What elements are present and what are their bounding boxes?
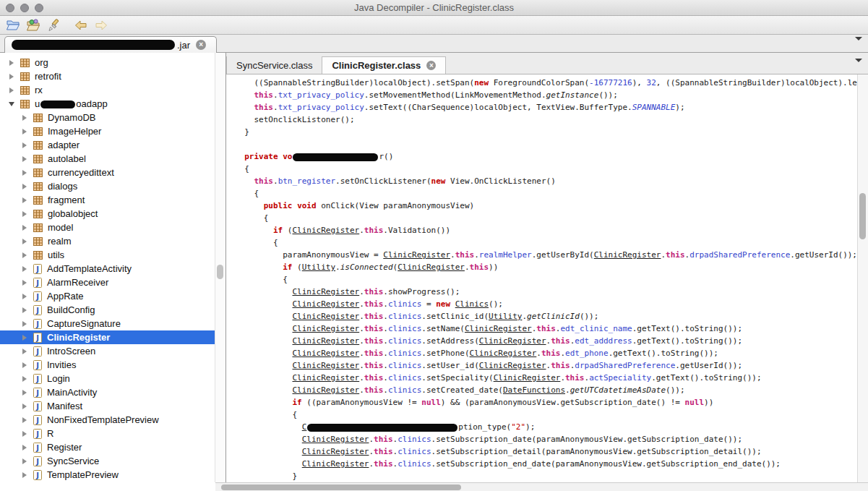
tree-item-invities[interactable]: JInvities — [0, 358, 215, 372]
tab-syncservice-class[interactable]: SyncService.class — [226, 56, 322, 74]
tree-item-org[interactable]: org — [0, 56, 215, 69]
disclosure-arrow[interactable] — [20, 417, 29, 423]
disclosure-arrow[interactable] — [20, 225, 29, 231]
class-link[interactable]: ClinicRegister — [494, 373, 561, 383]
disclosure-arrow[interactable] — [20, 280, 29, 286]
tree-item-adapter[interactable]: adapter — [0, 138, 215, 152]
disclosure-arrow[interactable] — [20, 197, 29, 203]
tree-item-syncservice[interactable]: JSyncService — [0, 454, 215, 468]
sidebar-scrollbar-thumb[interactable] — [217, 265, 223, 279]
disclosure-arrow[interactable] — [20, 349, 29, 354]
disclosure-arrow[interactable] — [20, 211, 29, 217]
search-icon[interactable] — [45, 17, 62, 33]
tree-item-realm[interactable]: realm — [0, 234, 215, 248]
class-link[interactable]: ClinicRegister — [594, 250, 661, 260]
sidebar-scrollbar[interactable] — [215, 53, 225, 482]
class-link[interactable]: ClinicRegister — [292, 385, 359, 395]
close-tab-icon[interactable]: × — [196, 40, 206, 50]
disclosure-arrow[interactable] — [7, 60, 16, 66]
class-link[interactable]: ClinicRegister — [398, 262, 465, 272]
code-horizontal-scrollbar-thumb[interactable] — [221, 484, 461, 490]
code-horizontal-scrollbar[interactable] — [215, 482, 868, 491]
tree-item-capturesignature[interactable]: JCaptureSignature — [0, 317, 215, 330]
disclosure-arrow[interactable] — [20, 294, 29, 299]
class-link[interactable]: ClinicRegister — [292, 324, 359, 333]
class-link[interactable]: ClinicRegister — [292, 336, 359, 346]
disclosure-arrow[interactable] — [20, 239, 29, 244]
tree-item-introscreen[interactable]: JIntroScreen — [0, 344, 215, 358]
tree-item-buildconfig[interactable]: JBuildConfig — [0, 303, 215, 317]
disclosure-arrow[interactable] — [20, 115, 29, 121]
tree-item-register[interactable]: JRegister — [0, 440, 215, 454]
class-link[interactable]: ClinicRegister — [292, 299, 359, 309]
class-link[interactable]: ClinicRegister — [470, 349, 537, 358]
class-link[interactable]: Utility — [489, 312, 522, 321]
tree-item-fragment[interactable]: fragment — [0, 193, 215, 207]
tree-item-autolabel[interactable]: autolabel — [0, 152, 215, 166]
disclosure-arrow[interactable] — [20, 170, 29, 176]
class-link[interactable]: ClinicRegister — [465, 324, 532, 333]
code-vertical-scrollbar[interactable] — [857, 74, 868, 482]
disclosure-arrow[interactable] — [20, 376, 29, 382]
tree-item-manifest[interactable]: JManifest — [0, 399, 215, 413]
tree-item-login[interactable]: JLogin — [0, 372, 215, 385]
disclosure-arrow[interactable] — [20, 458, 29, 464]
class-link[interactable]: ClinicRegister — [292, 361, 359, 370]
class-link[interactable]: ClinicRegister — [302, 435, 369, 444]
disclosure-arrow[interactable] — [20, 321, 29, 327]
disclosure-arrow[interactable] — [20, 472, 29, 478]
class-link[interactable]: ClinicRegister — [302, 447, 369, 456]
disclosure-arrow[interactable] — [20, 184, 29, 189]
forward-icon[interactable] — [93, 17, 110, 33]
class-link[interactable]: ClinicRegister — [302, 459, 369, 469]
class-link[interactable]: ClinicRegister — [383, 250, 450, 260]
tree-item-clinicregister[interactable]: JClinicRegister — [0, 330, 215, 344]
class-link[interactable]: ClinicRegister — [292, 226, 359, 235]
class-link[interactable]: ClinicRegister — [292, 373, 359, 383]
class-link[interactable]: C — [302, 422, 307, 432]
tree-item-r[interactable]: JR — [0, 427, 215, 440]
disclosure-arrow[interactable] — [20, 431, 29, 437]
tree-item-imagehelper[interactable]: ImageHelper — [0, 124, 215, 138]
disclosure-arrow[interactable] — [20, 156, 29, 162]
tree-item-apprate[interactable]: JAppRate — [0, 289, 215, 303]
class-link[interactable]: ClinicRegister — [292, 312, 359, 321]
code-view[interactable]: ((SpannableStringBuilder)localObject).se… — [226, 74, 857, 482]
tree-item-globalobject[interactable]: globalobject — [0, 207, 215, 221]
code-vertical-scrollbar-thumb[interactable] — [859, 193, 866, 239]
disclosure-arrow[interactable] — [7, 74, 16, 80]
tree-item-rx[interactable]: rx — [0, 83, 215, 97]
disclosure-arrow[interactable] — [20, 252, 29, 258]
tab-list-dropdown-icon[interactable] — [855, 40, 863, 47]
class-link[interactable]: ClinicRegister — [479, 336, 546, 346]
disclosure-arrow[interactable] — [20, 266, 29, 272]
disclosure-arrow[interactable] — [20, 390, 29, 396]
tree-item-addtemplateactivity[interactable]: JAddTemplateActivity — [0, 262, 215, 276]
class-link[interactable]: ClinicRegister — [292, 287, 359, 296]
tree-item-utils[interactable]: utils — [0, 248, 215, 262]
tree-item-currencyedittext[interactable]: currencyedittext — [0, 166, 215, 179]
disclosure-arrow[interactable] — [20, 445, 29, 451]
tree-item-model[interactable]: model — [0, 221, 215, 234]
open-file-icon[interactable] — [4, 17, 22, 33]
tab-clinicregister-class[interactable]: ClinicRegister.class× — [322, 56, 446, 74]
tree-item-redacted[interactable]: uoadapp — [0, 97, 215, 111]
tree-item-dynamodb[interactable]: DynamoDB — [0, 111, 215, 124]
tab-list-dropdown-icon[interactable] — [855, 62, 863, 69]
class-link[interactable]: DateFunctions — [503, 385, 565, 395]
jar-tab[interactable]: .jar × — [4, 36, 217, 53]
tree-item-templatepreview[interactable]: JTemplatePreview — [0, 468, 215, 482]
class-link[interactable]: ClinicRegister — [479, 361, 546, 370]
close-tab-icon[interactable]: × — [426, 61, 436, 70]
disclosure-arrow[interactable] — [7, 87, 16, 93]
class-link[interactable]: Clinics — [455, 299, 489, 309]
disclosure-arrow[interactable] — [20, 335, 29, 341]
disclosure-arrow[interactable] — [20, 404, 29, 409]
tree-item-nonfixedtemplatepreview[interactable]: JNonFixedTemplatePreview — [0, 413, 215, 427]
disclosure-arrow[interactable] — [7, 102, 16, 106]
class-link[interactable]: ClinicRegister — [292, 349, 359, 358]
tree-item-retrofit[interactable]: retrofit — [0, 69, 215, 83]
class-link[interactable]: Utility — [302, 262, 335, 272]
disclosure-arrow[interactable] — [20, 142, 29, 148]
tree-item-alarmreceiver[interactable]: JAlarmReceiver — [0, 276, 215, 289]
